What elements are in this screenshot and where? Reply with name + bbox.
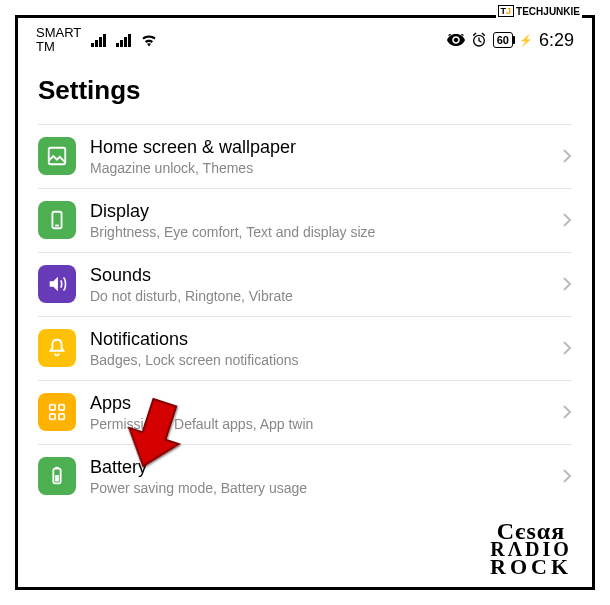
clock-time: 6:29	[539, 30, 574, 51]
bell-icon	[38, 329, 76, 367]
wallpaper-icon	[38, 137, 76, 175]
item-subtitle: Brightness, Eye comfort, Text and displa…	[90, 224, 548, 240]
item-notifications[interactable]: Notifications Badges, Lock screen notifi…	[38, 316, 572, 380]
svg-rect-7	[59, 414, 65, 420]
watermark-techjunkie: TJ TECHJUNKIE	[496, 4, 582, 18]
item-title: Battery	[90, 457, 548, 478]
signal-icon-2	[116, 34, 131, 47]
chevron-right-icon	[562, 276, 572, 292]
svg-rect-5	[59, 405, 65, 411]
battery-indicator: 60	[493, 32, 513, 48]
sounds-icon	[38, 265, 76, 303]
chevron-right-icon	[562, 212, 572, 228]
item-battery[interactable]: Battery Power saving mode, Battery usage	[38, 444, 572, 508]
svg-rect-10	[55, 475, 59, 481]
chevron-right-icon	[562, 404, 572, 420]
item-home-screen[interactable]: Home screen & wallpaper Magazine unlock,…	[38, 124, 572, 188]
chevron-right-icon	[562, 468, 572, 484]
item-subtitle: Permissions, Default apps, App twin	[90, 416, 548, 432]
status-bar: SMART TM 60 ⚡ 6:29	[18, 18, 592, 59]
page-title: Settings	[18, 59, 592, 124]
carrier-label: SMART TM	[36, 26, 81, 55]
svg-rect-4	[50, 405, 56, 411]
item-subtitle: Power saving mode, Battery usage	[90, 480, 548, 496]
watermark-cesar: Cєsαя RΛDIO ROCK	[490, 521, 572, 577]
item-apps[interactable]: Apps Permissions, Default apps, App twin	[38, 380, 572, 444]
svg-rect-1	[49, 148, 66, 165]
item-subtitle: Badges, Lock screen notifications	[90, 352, 548, 368]
item-subtitle: Do not disturb, Ringtone, Vibrate	[90, 288, 548, 304]
chevron-right-icon	[562, 340, 572, 356]
item-title: Home screen & wallpaper	[90, 137, 548, 158]
eye-comfort-icon	[447, 34, 465, 46]
settings-list: Home screen & wallpaper Magazine unlock,…	[18, 124, 592, 508]
item-subtitle: Magazine unlock, Themes	[90, 160, 548, 176]
wifi-icon	[141, 34, 157, 47]
item-sounds[interactable]: Sounds Do not disturb, Ringtone, Vibrate	[38, 252, 572, 316]
chevron-right-icon	[562, 148, 572, 164]
item-display[interactable]: Display Brightness, Eye comfort, Text an…	[38, 188, 572, 252]
charging-icon: ⚡	[519, 34, 533, 47]
alarm-icon	[471, 32, 487, 48]
svg-rect-9	[55, 467, 59, 469]
battery-icon	[38, 457, 76, 495]
signal-icon-1	[91, 34, 106, 47]
item-title: Sounds	[90, 265, 548, 286]
svg-rect-6	[50, 414, 56, 420]
apps-grid-icon	[38, 393, 76, 431]
item-title: Display	[90, 201, 548, 222]
display-icon	[38, 201, 76, 239]
item-title: Notifications	[90, 329, 548, 350]
item-title: Apps	[90, 393, 548, 414]
